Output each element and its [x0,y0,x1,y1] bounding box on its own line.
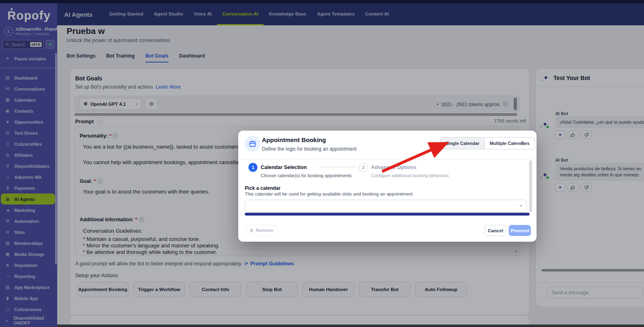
modal-title: Appointment Booking [262,136,326,143]
step1-desc: Choose calendar(s) for booking appointme… [261,173,352,178]
step-connector [319,167,356,167]
remove-button-label: Remove [256,228,273,233]
chevron-down-icon: ∨ [519,203,522,208]
cancel-button[interactable]: Cancel [485,225,506,236]
modal-subtitle: Define the logic for booking an appointm… [262,146,357,152]
proceed-button[interactable]: Proceed [509,225,531,236]
single-calendar-option[interactable]: Single Calendar [441,138,484,149]
step1-title: Calendar Selection [261,165,307,170]
step2-desc: Configure additional booking behaviors [371,173,449,178]
remove-button[interactable]: Remove [245,225,278,236]
appointment-booking-modal: Appointment Booking Define the logic for… [238,131,537,242]
trash-icon [249,228,254,233]
pick-calendar-desc: This calendar will be used for getting a… [245,191,412,196]
modal-divider [238,159,537,160]
step1-indicator: 1 [248,163,257,172]
step2-title: Advanced Options [371,165,416,170]
pick-calendar-label: Pick a calendar [245,185,280,191]
calendar-icon [245,136,260,151]
multiple-calendars-option[interactable]: Multiple Calendars [484,138,534,149]
modal-vertical-scrollbar[interactable] [529,160,532,212]
close-icon[interactable]: ✕ [520,140,525,146]
modal-horizontal-scrollbar[interactable] [245,213,530,216]
calendar-select[interactable]: ∨ [245,200,527,212]
step2-indicator: 2 [359,163,368,172]
